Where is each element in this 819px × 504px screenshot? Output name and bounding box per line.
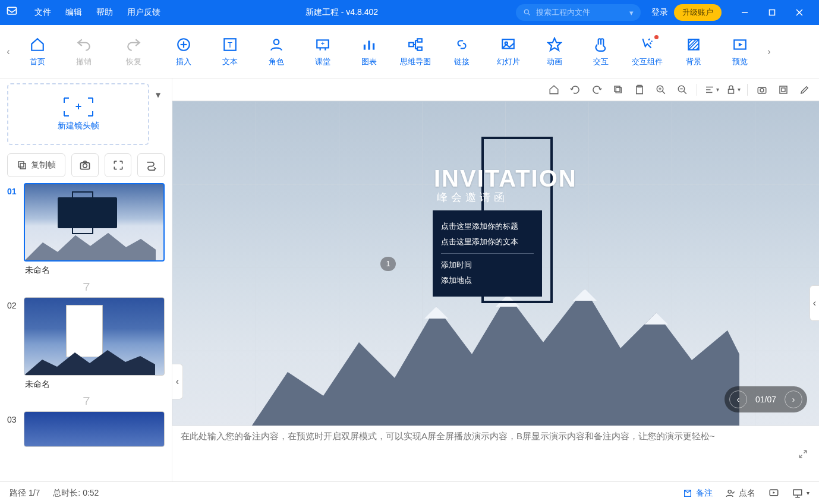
- menu-feedback[interactable]: 用户反馈: [120, 7, 168, 18]
- slide-item-2[interactable]: 02 未命名: [7, 297, 165, 392]
- pager-next-button[interactable]: ›: [785, 390, 802, 408]
- ribbon-class[interactable]: + 课堂: [300, 28, 346, 75]
- slides-list[interactable]: 01 未命名 02 未命名: [7, 183, 165, 481]
- ribbon-preview[interactable]: 预览: [717, 28, 763, 75]
- svg-line-2: [528, 14, 530, 15]
- rotate-right-button[interactable]: [588, 81, 605, 98]
- paste-button[interactable]: [631, 81, 648, 98]
- hatch-icon: [685, 36, 702, 53]
- ribbon-home[interactable]: 首页: [14, 28, 61, 75]
- card-line-place: 添加地点: [441, 273, 534, 288]
- ribbon-role[interactable]: 角色: [253, 28, 300, 75]
- play-button[interactable]: [768, 488, 779, 499]
- invitation-title[interactable]: INVITATION: [434, 165, 577, 192]
- pager-value: 01/07: [755, 395, 776, 404]
- collapse-right-panel[interactable]: ‹: [809, 285, 819, 321]
- svg-text:+: +: [75, 100, 81, 112]
- search-input[interactable]: 搜索工程内文件 ▾: [516, 4, 641, 21]
- ribbon-link[interactable]: 链接: [439, 28, 485, 75]
- ribbon-background-label: 背景: [686, 56, 701, 67]
- canvas-toolbar: ▾ ▾: [172, 78, 819, 101]
- slide-item-3[interactable]: 03: [7, 411, 165, 447]
- invitation-card[interactable]: 点击这里添加你的标题 点击这里添加你的文本 添加时间 添加地点: [433, 210, 542, 297]
- svg-line-37: [662, 91, 665, 94]
- ribbon-insert-label: 插入: [176, 56, 191, 67]
- lock-button[interactable]: ▾: [724, 81, 741, 98]
- edit-button[interactable]: [796, 81, 813, 98]
- canvas-stage[interactable]: INVITATION 峰会邀请函 点击这里添加你的标题 点击这里添加你的文本 添…: [172, 101, 819, 426]
- ribbon-mindmap[interactable]: 思维导图: [392, 28, 439, 75]
- svg-rect-22: [417, 47, 422, 50]
- camera-button[interactable]: [71, 153, 99, 177]
- ribbon-animation[interactable]: 动画: [531, 28, 578, 75]
- ribbon-chart[interactable]: 图表: [346, 28, 392, 75]
- copy-frame-label: 复制帧: [31, 160, 56, 171]
- login-button[interactable]: 登录: [651, 7, 668, 18]
- ribbon-slideshow[interactable]: 幻灯片: [485, 28, 531, 75]
- upgrade-button[interactable]: 升级账户: [674, 4, 722, 21]
- card-line-time: 添加时间: [441, 257, 534, 273]
- slide-thumbnail[interactable]: [24, 411, 165, 447]
- notes-toggle-button[interactable]: 备注: [683, 488, 713, 499]
- window-maximize-button[interactable]: [758, 0, 786, 25]
- app-logo-icon: [6, 5, 20, 20]
- slide-thumbnail[interactable]: [24, 183, 165, 262]
- rotate-left-button[interactable]: [567, 81, 584, 98]
- ribbon-undo[interactable]: 撤销: [61, 28, 107, 75]
- ribbon-interact[interactable]: 交互: [578, 28, 624, 75]
- slide-item-1[interactable]: 01 未命名: [7, 183, 165, 278]
- svg-rect-50: [782, 88, 785, 92]
- transition-icon[interactable]: [80, 282, 92, 292]
- frame-button[interactable]: [775, 81, 792, 98]
- rollcall-button[interactable]: 点名: [726, 488, 755, 499]
- status-duration: 总时长: 0:52: [53, 488, 99, 499]
- new-lens-frame-button[interactable]: + 新建镜头帧: [7, 83, 149, 145]
- svg-line-41: [683, 91, 686, 94]
- slide-name: 未命名: [25, 379, 165, 390]
- ribbon-scroll-left[interactable]: ‹: [2, 26, 14, 78]
- ribbon-interact-label: 交互: [593, 56, 609, 67]
- notes-expand-button[interactable]: [795, 446, 811, 462]
- copy-button[interactable]: [610, 81, 626, 98]
- slide-number: 03: [7, 411, 24, 447]
- menu-edit[interactable]: 编辑: [58, 7, 89, 18]
- zoom-in-button[interactable]: [653, 81, 669, 98]
- ribbon-animation-label: 动画: [547, 56, 562, 67]
- copy-frame-button[interactable]: 复制帧: [7, 153, 65, 177]
- align-button[interactable]: ▾: [703, 81, 720, 98]
- collapse-left-panel[interactable]: ‹: [172, 364, 183, 399]
- notes-textarea[interactable]: [181, 431, 789, 474]
- svg-rect-53: [793, 490, 802, 495]
- slide-thumbnail[interactable]: [24, 297, 165, 376]
- svg-point-1: [524, 10, 528, 14]
- zoom-out-button[interactable]: [674, 81, 691, 98]
- invitation-subtitle[interactable]: 峰会邀请函: [437, 190, 508, 204]
- window-close-button[interactable]: [786, 0, 813, 25]
- present-button[interactable]: ▾: [792, 488, 809, 499]
- star-icon: [546, 36, 563, 53]
- rollcall-label: 点名: [739, 488, 755, 499]
- transition-icon[interactable]: [80, 396, 92, 407]
- search-dropdown-icon[interactable]: ▾: [629, 8, 634, 17]
- svg-rect-33: [615, 86, 620, 92]
- home-view-button[interactable]: [546, 81, 562, 98]
- titlebar: 文件 编辑 帮助 用户反馈 新建工程 - v4.8.402 搜索工程内文件 ▾ …: [0, 0, 819, 25]
- ribbon-text[interactable]: T 文本: [207, 28, 253, 75]
- ribbon-insert[interactable]: 插入: [160, 28, 207, 75]
- step-badge[interactable]: 1: [380, 257, 396, 271]
- window-minimize-button[interactable]: [731, 0, 758, 25]
- ribbon-interact-widget[interactable]: 交互组件: [624, 28, 670, 75]
- menu-help[interactable]: 帮助: [89, 7, 120, 18]
- pager-prev-button[interactable]: ‹: [729, 390, 747, 408]
- ribbon-scroll-right[interactable]: ›: [763, 26, 775, 78]
- svg-point-51: [728, 490, 731, 493]
- svg-point-48: [760, 88, 764, 92]
- camera-capture-button[interactable]: [754, 81, 770, 98]
- ribbon-preview-label: 预览: [732, 56, 748, 67]
- new-lens-dropdown[interactable]: ▾: [152, 86, 165, 103]
- path-button[interactable]: [137, 153, 165, 177]
- focus-button[interactable]: [105, 153, 132, 177]
- ribbon-redo[interactable]: 恢复: [111, 28, 157, 75]
- menu-file[interactable]: 文件: [27, 7, 58, 18]
- ribbon-background[interactable]: 背景: [670, 28, 717, 75]
